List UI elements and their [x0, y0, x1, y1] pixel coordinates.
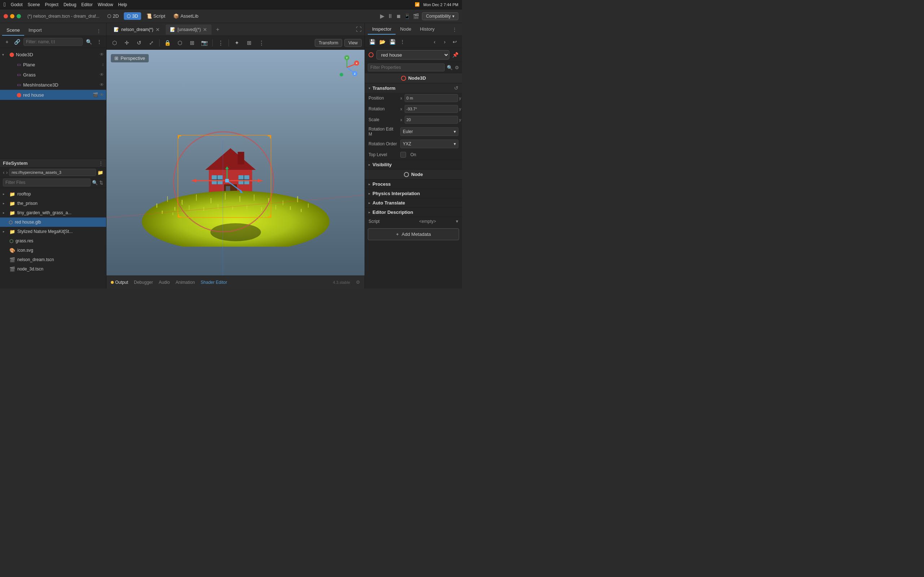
- fs-item-grass-res[interactable]: ▸ ⬡ grass.res: [0, 236, 106, 246]
- inspector-tab[interactable]: Inspector: [368, 24, 396, 35]
- script-tab[interactable]: 📜 Script: [143, 12, 168, 20]
- stop-btn[interactable]: ⏹: [396, 13, 401, 19]
- mode-2d-tab[interactable]: ⬡ 2D: [104, 12, 122, 20]
- add-metadata-btn[interactable]: + Add Metadata: [368, 228, 459, 240]
- tree-item-node3d[interactable]: ▾ ⬤ Node3D 👁: [0, 49, 106, 60]
- tree-item-grass[interactable]: ▭ Grass 👁: [0, 69, 106, 80]
- fs-item-nelson-tscn[interactable]: ▸ 🎬 nelson_dream.tscn: [0, 255, 106, 264]
- back-btn[interactable]: ‹: [430, 37, 439, 46]
- options-btn[interactable]: ⋮: [95, 37, 103, 46]
- visibility-icon[interactable]: 👁: [100, 72, 104, 77]
- scene-link-icon[interactable]: 🎬: [93, 92, 98, 97]
- search-icon[interactable]: 🔍: [92, 180, 98, 185]
- node-tab[interactable]: Node: [396, 24, 415, 35]
- particle-btn[interactable]: ✦: [232, 38, 242, 48]
- menu-window[interactable]: Window: [98, 2, 113, 7]
- search-icon[interactable]: 🔍: [447, 65, 452, 70]
- menu-project[interactable]: Project: [45, 2, 58, 7]
- process-header[interactable]: ▸ Process: [365, 180, 462, 189]
- scene-panel-menu[interactable]: ⋮: [94, 26, 104, 36]
- lock-btn[interactable]: 🔒: [162, 38, 173, 48]
- fs-folder-icon[interactable]: 📁: [97, 170, 103, 175]
- import-tab[interactable]: Import: [24, 25, 46, 36]
- editor-tab-unsaved[interactable]: 📝 [unsaved](*) ✕: [166, 24, 212, 35]
- transform-header[interactable]: ▾ Transform ↺: [365, 83, 462, 93]
- rot-edit-dropdown[interactable]: Euler ▾: [400, 127, 459, 136]
- history-btn[interactable]: ↩: [451, 37, 459, 46]
- remote-btn[interactable]: 📱: [404, 13, 410, 19]
- fs-path-input[interactable]: [9, 169, 96, 176]
- scene-tab[interactable]: Scene: [2, 25, 24, 36]
- debugger-tab[interactable]: Debugger: [134, 280, 153, 285]
- filter-options-icon[interactable]: ⚙: [455, 65, 459, 70]
- rot-order-dropdown[interactable]: YXZ ▾: [400, 140, 459, 148]
- load-btn[interactable]: 📂: [378, 37, 386, 46]
- rot-x-input[interactable]: [405, 105, 458, 113]
- visibility-icon[interactable]: ↕: [102, 62, 104, 67]
- tree-item-plane[interactable]: ▭ Plane ↕: [0, 60, 106, 69]
- fs-item-node3d-tscn[interactable]: ▸ 🎬 node_3d.tscn: [0, 264, 106, 274]
- more-btn[interactable]: ⋮: [398, 37, 407, 46]
- fs-forward-btn[interactable]: ›: [6, 169, 8, 175]
- node-section-header[interactable]: Node: [365, 169, 462, 180]
- output-tab[interactable]: Output: [111, 280, 128, 285]
- fs-item-icon-svg[interactable]: ▸ 🎨 icon.svg: [0, 246, 106, 255]
- add-tab-btn[interactable]: +: [213, 26, 222, 33]
- visibility-header[interactable]: ▸ Visibility: [365, 160, 462, 169]
- auto-translate-header[interactable]: ▸ Auto Translate: [365, 198, 462, 207]
- rotate-tool[interactable]: ↺: [134, 38, 144, 48]
- menu-help[interactable]: Help: [118, 2, 127, 7]
- shader-editor-tab[interactable]: Shader Editor: [201, 280, 227, 285]
- fs-item-stylized[interactable]: ▸ 📁 Stylized Nature MegaKit[St...: [0, 227, 106, 236]
- menu-godot[interactable]: Godot: [11, 2, 23, 7]
- pause-btn[interactable]: ⏸: [387, 13, 393, 19]
- fs-item-prison[interactable]: ▸ 📁 the_prison: [0, 199, 106, 208]
- script-dropdown-btn[interactable]: ▾: [456, 219, 459, 224]
- link-btn[interactable]: 🔗: [13, 37, 22, 46]
- close-btn[interactable]: [3, 14, 8, 18]
- snap-btn[interactable]: ⊞: [187, 38, 197, 48]
- fs-menu-btn[interactable]: ⋮: [99, 161, 103, 166]
- editor-tab-nelson[interactable]: 📝 nelson_dream(*) ✕: [109, 24, 164, 35]
- animation-tab[interactable]: Animation: [175, 280, 195, 285]
- tree-item-red-house[interactable]: ⬤ red house 🎬 👁: [0, 90, 106, 100]
- add-node-btn[interactable]: +: [3, 37, 11, 46]
- fs-item-rooftop[interactable]: ▸ 📁 rooftop: [0, 189, 106, 199]
- more-btn[interactable]: ⋮: [215, 38, 226, 48]
- fs-back-btn[interactable]: ‹: [3, 169, 5, 175]
- editor-desc-header[interactable]: ▸ Editor Description: [365, 208, 462, 217]
- search-icon[interactable]: 🔍: [85, 37, 93, 46]
- play-btn[interactable]: ▶: [380, 13, 384, 19]
- menu-debug[interactable]: Debug: [63, 2, 76, 7]
- scale-tool[interactable]: ⤢: [146, 38, 156, 48]
- node-name-select[interactable]: red house: [376, 50, 449, 60]
- fs-item-garden[interactable]: ▸ 📁 tiny_garden_with_grass_a...: [0, 208, 106, 218]
- top-level-checkbox[interactable]: [400, 152, 406, 158]
- fullscreen-btn[interactable]: ⛶: [356, 26, 362, 33]
- tab-close-btn[interactable]: ✕: [155, 27, 160, 32]
- save-btn[interactable]: 💾: [388, 37, 397, 46]
- settings-icon[interactable]: ⚙: [356, 279, 360, 285]
- forward-btn[interactable]: ›: [440, 37, 449, 46]
- reset-transform-btn[interactable]: ↺: [454, 85, 459, 91]
- inspector-menu-btn[interactable]: ⋮: [450, 25, 459, 34]
- grid-btn[interactable]: ⊞: [244, 38, 254, 48]
- fs-item-red-house-glb[interactable]: ⬡ red house.glb: [0, 218, 106, 227]
- save-scene-btn[interactable]: 💾: [368, 37, 376, 46]
- visibility-icon[interactable]: 👁: [100, 92, 104, 97]
- audio-tab[interactable]: Audio: [159, 280, 170, 285]
- apple-menu[interactable]: : [3, 2, 6, 8]
- visibility-icon[interactable]: 👁: [100, 52, 104, 57]
- tree-item-meshinstance[interactable]: ▭ MeshInstance3D 👁: [0, 80, 106, 90]
- history-tab[interactable]: History: [416, 24, 439, 35]
- menu-editor[interactable]: Editor: [81, 2, 92, 7]
- group-btn[interactable]: ⬡: [175, 38, 185, 48]
- filter-props-input[interactable]: [368, 63, 445, 71]
- select-tool[interactable]: ⬡: [109, 38, 120, 48]
- sort-icon[interactable]: ⇅: [99, 180, 103, 185]
- movie-btn[interactable]: 🎬: [413, 13, 419, 19]
- assetlib-tab[interactable]: 📦 AssetLib: [170, 12, 201, 20]
- physics-interp-header[interactable]: ▸ Physics Interpolation: [365, 189, 462, 198]
- menu-scene[interactable]: Scene: [28, 2, 40, 7]
- filter-input[interactable]: [23, 38, 82, 46]
